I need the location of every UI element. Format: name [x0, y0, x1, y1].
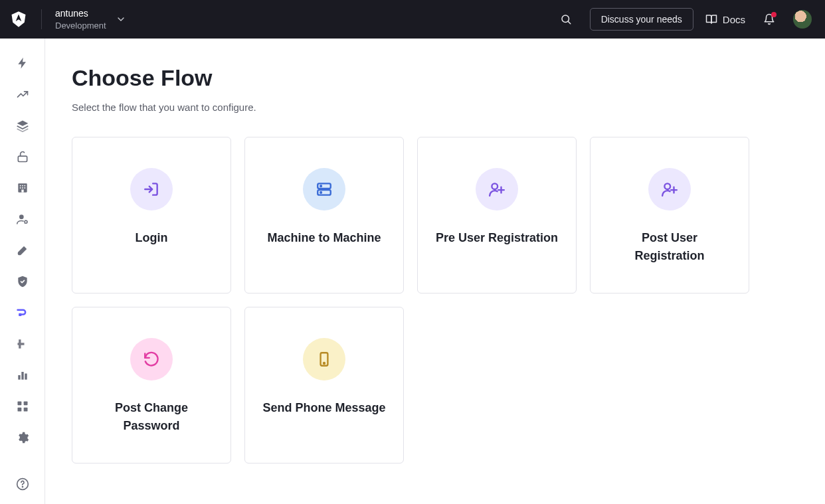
svg-rect-10	[21, 189, 23, 192]
sidebar-item-organizations[interactable]	[11, 179, 35, 196]
svg-rect-18	[23, 402, 27, 406]
svg-point-27	[320, 192, 321, 193]
unlock-icon	[16, 150, 29, 163]
svg-point-11	[19, 214, 24, 219]
svg-rect-19	[17, 408, 21, 412]
svg-point-26	[320, 185, 321, 187]
sidebar-item-branding[interactable]	[11, 242, 35, 258]
search-icon	[560, 13, 572, 25]
discuss-button[interactable]: Discuss your needs	[590, 8, 693, 31]
topbar: antunes Development Discuss your needs D…	[0, 0, 825, 39]
sidebar-item-marketplace[interactable]	[11, 398, 35, 415]
svg-point-31	[664, 183, 670, 189]
pipe-icon	[16, 337, 29, 351]
flow-card[interactable]: Send Phone Message	[244, 307, 404, 463]
flow-card-label: Post Change Password	[88, 399, 215, 435]
sidebar-item-getting-started[interactable]	[11, 54, 35, 71]
sidebar-item-users[interactable]	[11, 210, 35, 227]
svg-point-22	[22, 486, 23, 487]
user-cog-icon	[16, 212, 29, 226]
shield-icon	[16, 275, 29, 288]
sidebar-item-applications[interactable]	[11, 117, 35, 133]
flow-card[interactable]: Login	[72, 137, 231, 294]
svg-line-1	[568, 21, 570, 23]
notifications-button[interactable]	[757, 7, 781, 31]
grid-icon	[16, 400, 29, 413]
page-subtitle: Select the flow that you want to configu…	[72, 102, 798, 113]
help-icon	[16, 477, 29, 491]
brand-logo[interactable]	[9, 10, 28, 29]
book-icon	[705, 13, 717, 25]
sidebar-item-actions[interactable]	[11, 305, 35, 321]
sidebar	[0, 39, 45, 504]
svg-rect-20	[23, 408, 27, 412]
svg-rect-15	[21, 372, 23, 380]
svg-rect-13	[19, 313, 21, 316]
trend-icon	[16, 88, 29, 101]
docs-label: Docs	[723, 14, 745, 25]
sidebar-item-activity[interactable]	[11, 86, 35, 102]
gear-icon	[16, 431, 29, 444]
chevron-down-icon	[116, 14, 126, 25]
svg-rect-5	[22, 185, 23, 187]
flow-card[interactable]: Post Change Password	[72, 307, 231, 463]
sidebar-help[interactable]	[11, 475, 35, 492]
flow-cards: LoginMachine to MachinePre User Registra…	[72, 137, 798, 463]
user-avatar[interactable]	[793, 10, 812, 29]
svg-rect-16	[25, 374, 27, 380]
user-plus-icon	[648, 168, 691, 210]
flow-icon	[16, 306, 29, 319]
sidebar-item-settings[interactable]	[11, 430, 35, 446]
svg-rect-2	[18, 156, 27, 161]
flow-card-label: Machine to Machine	[267, 229, 381, 247]
smartphone-icon	[303, 338, 345, 380]
log-in-icon	[130, 168, 173, 210]
tenant-name: antunes	[55, 8, 106, 19]
svg-point-0	[562, 15, 569, 23]
svg-point-12	[25, 220, 27, 223]
sidebar-item-authentication[interactable]	[11, 148, 35, 165]
svg-point-28	[492, 183, 498, 189]
flow-card-label: Send Phone Message	[262, 399, 385, 417]
svg-rect-14	[18, 375, 20, 380]
flow-card[interactable]: Machine to Machine	[244, 137, 404, 294]
server-icon	[303, 168, 345, 210]
chart-icon	[16, 369, 29, 382]
page-title: Choose Flow	[72, 65, 798, 91]
sidebar-item-monitoring[interactable]	[11, 367, 35, 384]
svg-rect-17	[17, 402, 21, 406]
sidebar-item-security[interactable]	[11, 274, 35, 290]
flow-card-label: Login	[136, 229, 168, 247]
flow-card[interactable]: Post User Registration	[590, 137, 749, 294]
tenant-env: Development	[55, 21, 106, 31]
sidebar-item-pipelines[interactable]	[11, 336, 35, 353]
tenant-switcher[interactable]: antunes Development	[55, 8, 126, 31]
main-content: Choose Flow Select the flow that you wan…	[45, 39, 825, 504]
layers-icon	[16, 119, 29, 132]
rotate-ccw-icon	[130, 338, 173, 380]
flow-card-label: Post User Registration	[606, 229, 733, 265]
search-button[interactable]	[554, 7, 578, 31]
svg-rect-6	[24, 185, 25, 187]
brush-icon	[16, 244, 29, 257]
docs-link[interactable]: Docs	[705, 13, 745, 25]
svg-rect-7	[19, 187, 21, 189]
notification-dot	[771, 12, 777, 17]
zap-icon	[16, 56, 29, 70]
flow-card[interactable]: Pre User Registration	[417, 137, 577, 294]
svg-rect-8	[22, 187, 23, 189]
svg-point-35	[323, 363, 325, 364]
building-icon	[16, 181, 29, 195]
svg-rect-9	[24, 187, 25, 189]
svg-rect-4	[19, 185, 21, 187]
flow-card-label: Pre User Registration	[436, 229, 558, 247]
user-plus-icon	[476, 168, 518, 210]
topbar-actions: Discuss your needs Docs	[554, 7, 812, 31]
divider	[41, 9, 42, 29]
